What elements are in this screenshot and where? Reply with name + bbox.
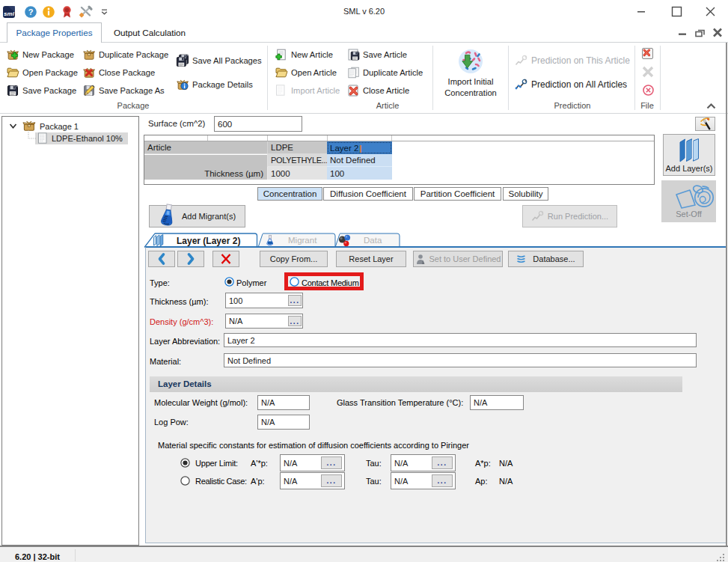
- svg-text:sml: sml: [4, 10, 15, 17]
- svg-text:?: ?: [28, 7, 34, 16]
